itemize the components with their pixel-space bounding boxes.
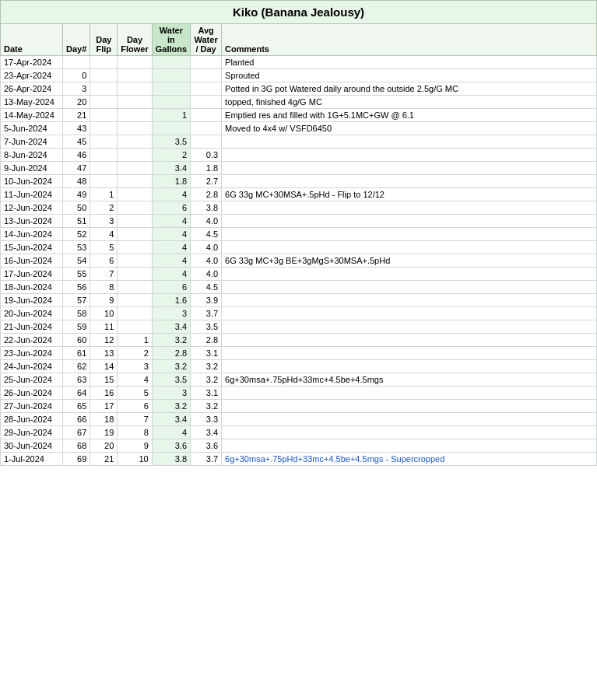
avg-cell: 3.1 — [191, 387, 222, 400]
header-water-gallons: WaterinGallons — [152, 24, 190, 56]
day-num-cell: 56 — [63, 281, 90, 294]
day-flip-cell: 4 — [90, 228, 118, 241]
day-flip-cell: 19 — [90, 426, 118, 439]
day-num-cell: 47 — [63, 162, 90, 175]
table-row: 16-Jun-2024 — [1, 254, 63, 268]
water-cell: 1.8 — [152, 175, 190, 188]
day-flower-cell — [118, 56, 152, 69]
table-row: 21-Jun-2024 — [1, 320, 63, 334]
avg-cell: 2.8 — [191, 334, 222, 347]
comment-cell — [222, 281, 597, 294]
comment-cell — [222, 135, 597, 149]
table-row: 19-Jun-2024 — [1, 294, 63, 307]
avg-cell: 3.2 — [191, 360, 222, 373]
water-cell: 4 — [152, 426, 190, 439]
water-cell: 3.2 — [152, 360, 190, 373]
day-flower-cell: 10 — [118, 453, 152, 466]
avg-cell — [191, 69, 222, 82]
avg-cell: 3.3 — [191, 413, 222, 426]
avg-cell — [191, 122, 222, 135]
day-flower-cell — [118, 228, 152, 241]
day-flip-cell — [90, 56, 118, 69]
water-cell: 3 — [152, 387, 190, 400]
comment-cell — [222, 268, 597, 281]
day-num-cell: 57 — [63, 294, 90, 307]
day-flip-cell — [90, 162, 118, 175]
day-num-cell: 20 — [63, 96, 90, 109]
day-flower-cell — [118, 175, 152, 188]
day-flower-cell: 3 — [118, 360, 152, 373]
day-num-cell: 52 — [63, 228, 90, 241]
day-num-cell: 0 — [63, 69, 90, 82]
avg-cell — [191, 135, 222, 149]
day-num-cell: 62 — [63, 360, 90, 373]
day-num-cell: 65 — [63, 400, 90, 413]
table-row: 26-Apr-2024 — [1, 82, 63, 96]
day-flower-cell — [118, 122, 152, 135]
comment-cell — [222, 426, 597, 439]
avg-cell: 3.6 — [191, 439, 222, 453]
day-flip-cell — [90, 122, 118, 135]
table-row: 27-Jun-2024 — [1, 400, 63, 413]
day-num-cell: 21 — [63, 109, 90, 122]
water-cell: 3.5 — [152, 373, 190, 387]
avg-cell: 2.7 — [191, 175, 222, 188]
day-num-cell: 68 — [63, 439, 90, 453]
day-num-cell: 50 — [63, 201, 90, 215]
day-flower-cell — [118, 69, 152, 82]
header-day-flower: Day Flower — [118, 24, 152, 56]
comment-cell — [222, 228, 597, 241]
water-cell: 3.6 — [152, 439, 190, 453]
day-flower-cell: 5 — [118, 387, 152, 400]
comment-cell: Emptied res and filled with 1G+5.1MC+GW … — [222, 109, 597, 122]
comment-cell — [222, 215, 597, 228]
comment-cell — [222, 387, 597, 400]
avg-cell: 3.2 — [191, 400, 222, 413]
avg-cell: 4.5 — [191, 281, 222, 294]
water-cell: 2.8 — [152, 347, 190, 360]
table-row: 7-Jun-2024 — [1, 135, 63, 149]
day-flower-cell — [118, 135, 152, 149]
day-flip-cell: 5 — [90, 241, 118, 254]
avg-cell: 4.0 — [191, 215, 222, 228]
grow-log-table: Date Day# Day Flip Day Flower WaterinGal… — [0, 23, 597, 466]
water-cell: 3 — [152, 307, 190, 320]
day-num-cell: 69 — [63, 453, 90, 466]
table-row: 23-Jun-2024 — [1, 347, 63, 360]
day-flower-cell: 1 — [118, 334, 152, 347]
day-flower-cell: 8 — [118, 426, 152, 439]
comment-cell: 6g+30msa+.75pHd+33mc+4.5be+4.5mgs - Supe… — [222, 453, 597, 466]
comment-cell — [222, 241, 597, 254]
day-flip-cell: 8 — [90, 281, 118, 294]
day-num-cell: 58 — [63, 307, 90, 320]
page-title: Kiko (Banana Jealousy) — [233, 5, 364, 19]
table-row: 20-Jun-2024 — [1, 307, 63, 320]
day-flip-cell: 17 — [90, 400, 118, 413]
comment-cell — [222, 400, 597, 413]
avg-cell: 4.0 — [191, 268, 222, 281]
day-flip-cell: 7 — [90, 268, 118, 281]
comment-cell — [222, 334, 597, 347]
water-cell: 3.2 — [152, 334, 190, 347]
avg-cell: 0.3 — [191, 149, 222, 162]
day-flip-cell: 16 — [90, 387, 118, 400]
comment-cell — [222, 320, 597, 334]
avg-cell: 3.8 — [191, 201, 222, 215]
table-row: 9-Jun-2024 — [1, 162, 63, 175]
day-flower-cell — [118, 162, 152, 175]
comment-cell: Potted in 3G pot Watered daily around th… — [222, 82, 597, 96]
day-flip-cell: 20 — [90, 439, 118, 453]
table-row: 29-Jun-2024 — [1, 426, 63, 439]
avg-cell: 3.9 — [191, 294, 222, 307]
day-num-cell: 49 — [63, 188, 90, 201]
table-row: 30-Jun-2024 — [1, 439, 63, 453]
header-date: Date — [1, 24, 63, 56]
day-flip-cell — [90, 82, 118, 96]
comment-cell: Sprouted — [222, 69, 597, 82]
day-flip-cell: 13 — [90, 347, 118, 360]
day-flower-cell — [118, 201, 152, 215]
comment-cell — [222, 162, 597, 175]
day-flip-cell: 10 — [90, 307, 118, 320]
day-flower-cell — [118, 294, 152, 307]
water-cell: 3.5 — [152, 135, 190, 149]
